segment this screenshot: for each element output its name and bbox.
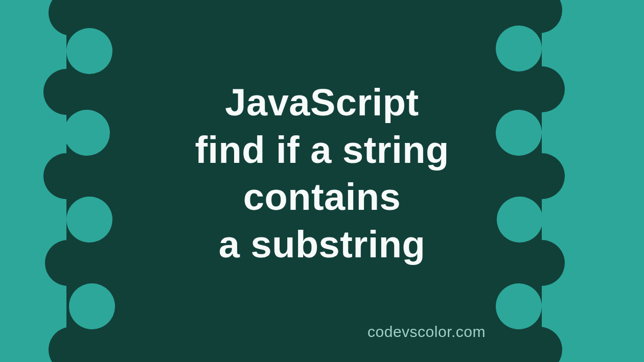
footer-site: codevscolor.com [367, 323, 486, 341]
blob-cut [496, 283, 542, 329]
blob-bump [45, 240, 91, 286]
headline: JavaScript find if a string contains a s… [92, 79, 552, 268]
headline-line-1: JavaScript [92, 79, 552, 127]
blob-cut [66, 28, 112, 74]
blob-bump [43, 69, 89, 115]
headline-line-3: contains [92, 174, 552, 221]
blob-cut [69, 283, 115, 329]
headline-line-2: find if a string [92, 127, 552, 174]
blob-bump [43, 153, 89, 199]
headline-line-4: a substring [92, 221, 552, 269]
blob-cut [496, 26, 542, 71]
